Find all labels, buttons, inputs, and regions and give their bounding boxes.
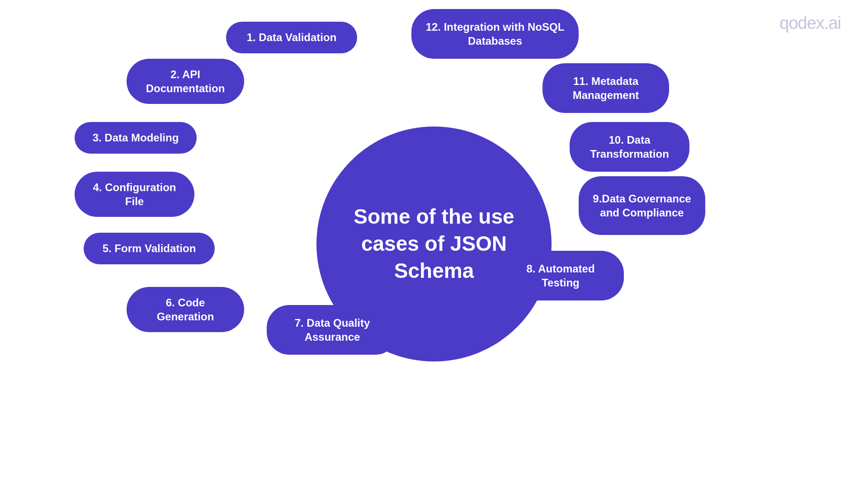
node-5-label: 5. Form Validation: [103, 241, 196, 255]
node-2-label: 2. API Documentation: [139, 67, 231, 95]
node-8-automated-testing: 8. Automated Testing: [497, 251, 624, 300]
node-11-metadata-management: 11. Metadata Management: [542, 63, 669, 113]
node-9-label: 9.Data Governance and Compliance: [591, 192, 693, 220]
logo-text: qodex.ai: [779, 14, 841, 33]
node-10-label: 10. Data Transformation: [582, 133, 677, 161]
node-3-label: 3. Data Modeling: [93, 131, 179, 145]
logo: qodex.ai: [779, 14, 841, 33]
node-2-api-documentation: 2. API Documentation: [127, 59, 244, 104]
node-3-data-modeling: 3. Data Modeling: [75, 122, 197, 154]
node-6-label: 6. Code Generation: [139, 296, 231, 324]
node-1-data-validation: 1. Data Validation: [226, 22, 357, 53]
node-7-label: 7. Data Quality Assurance: [279, 316, 385, 344]
main-canvas: qodex.ai Some of the use cases of JSON S…: [0, 0, 868, 488]
node-5-form-validation: 5. Form Validation: [84, 233, 215, 264]
node-8-label: 8. Automated Testing: [510, 262, 611, 290]
node-4-label: 4. Configuration File: [87, 180, 182, 208]
node-10-data-transformation: 10. Data Transformation: [570, 122, 689, 172]
node-11-label: 11. Metadata Management: [555, 74, 656, 102]
node-9-data-governance: 9.Data Governance and Compliance: [579, 176, 705, 235]
node-12-label: 12. Integration with NoSQL Databases: [424, 20, 566, 48]
node-12-nosql-integration: 12. Integration with NoSQL Databases: [411, 9, 579, 59]
node-7-data-quality-assurance: 7. Data Quality Assurance: [267, 305, 398, 355]
node-1-label: 1. Data Validation: [247, 30, 337, 44]
node-4-configuration-file: 4. Configuration File: [75, 172, 194, 217]
node-6-code-generation: 6. Code Generation: [127, 287, 244, 332]
